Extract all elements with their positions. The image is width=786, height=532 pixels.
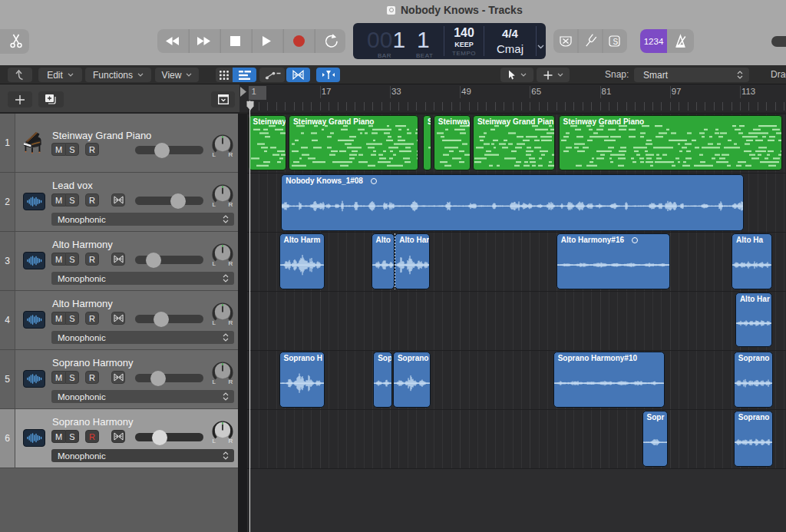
svg-text:R: R	[229, 151, 233, 158]
svg-text:S: S	[613, 38, 619, 46]
svg-text:L: L	[213, 201, 216, 208]
svg-text:R: R	[229, 378, 233, 385]
svg-text:R: R	[229, 260, 233, 267]
svg-text:L: L	[213, 151, 216, 158]
svg-text:L: L	[213, 378, 216, 385]
svg-text:L: L	[213, 438, 216, 444]
svg-text:L: L	[213, 260, 216, 267]
svg-text:R: R	[229, 319, 233, 326]
svg-text:R: R	[229, 201, 233, 208]
svg-text:L: L	[213, 319, 216, 326]
svg-text:R: R	[229, 438, 233, 444]
